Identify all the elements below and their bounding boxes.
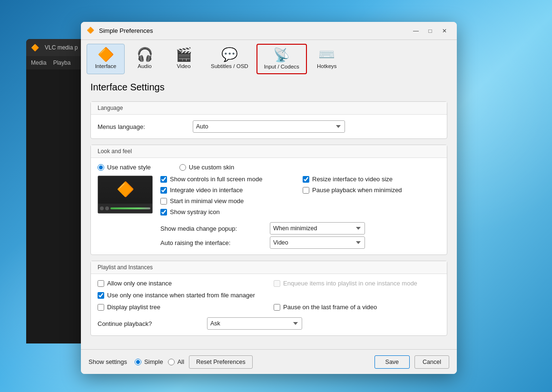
menus-language-select[interactable]: Auto English French German: [193, 120, 345, 133]
vlc-bg-icon: 🔶: [31, 44, 39, 51]
checkboxes-grid: Show controls in full screen mode Resize…: [160, 176, 440, 218]
look-feel-checkboxes: Show controls in full screen mode Resize…: [160, 176, 440, 249]
dialog-minimize-button[interactable]: —: [409, 24, 423, 38]
playlist-body: Allow only one instance Enqueue items in…: [91, 274, 447, 335]
video-tab-label: Video: [177, 63, 190, 69]
interface-tab-icon: 🔶: [98, 48, 114, 61]
resize-interface-checkbox[interactable]: Resize interface to video size: [303, 176, 440, 183]
tab-hotkeys[interactable]: ⌨️ Hotkeys: [308, 44, 346, 74]
auto-raising-row: Auto raising the interface: Video Always…: [160, 236, 440, 249]
dialog-maximize-button[interactable]: □: [424, 24, 437, 38]
fullscreen-controls-checkbox[interactable]: Show controls in full screen mode: [160, 176, 298, 183]
fullscreen-controls-label: Show controls in full screen mode: [170, 176, 262, 183]
systray-input[interactable]: [160, 209, 167, 216]
playlist-header: Playlist and Instances: [91, 261, 447, 274]
look-feel-header: Look and feel: [91, 145, 447, 158]
preview-play-dot: [100, 206, 104, 210]
menus-language-label: Menus language:: [98, 123, 193, 130]
show-settings-label: Show settings: [89, 358, 127, 365]
audio-tab-icon: 🎧: [137, 48, 153, 61]
vlc-bg-playback-menu[interactable]: Playba: [53, 59, 71, 66]
tab-audio[interactable]: 🎧 Audio: [126, 44, 164, 74]
minimal-view-input[interactable]: [160, 198, 167, 205]
systray-label: Show systray icon: [170, 208, 220, 216]
vlc-bg-media-menu[interactable]: Media: [31, 59, 47, 66]
dialog-window-controls: — □ ✕: [409, 24, 451, 38]
tab-subtitles[interactable]: 💬 Subtitles / OSD: [204, 44, 256, 74]
dialog-close-button[interactable]: ✕: [438, 24, 451, 38]
dialog-titlebar: 🔶 Simple Preferences — □ ✕: [81, 22, 457, 40]
dialog-icon: 🔶: [87, 27, 95, 35]
subtitles-tab-icon: 💬: [221, 48, 238, 61]
simple-preferences-dialog: 🔶 Simple Preferences — □ ✕ 🔶 Interface 🎧…: [81, 22, 457, 374]
one-instance-file-input[interactable]: [98, 292, 104, 299]
custom-skin-radio[interactable]: Use custom skin: [179, 164, 234, 171]
one-instance-checkbox[interactable]: Allow only one instance: [98, 280, 264, 287]
integrate-video-checkbox[interactable]: Integrate video in interface: [160, 186, 298, 194]
input-codecs-tab-icon: 📡: [273, 49, 290, 62]
integrate-video-label: Integrate video in interface: [170, 186, 243, 194]
preview-progress-bar: [110, 207, 150, 209]
media-popup-row: Show media change popup: When minimized …: [160, 222, 440, 235]
look-feel-body: Use native style Use custom skin 🔶: [91, 158, 447, 255]
language-section-body: Menus language: Auto English French Germ…: [91, 115, 447, 138]
minimal-view-label: Start in minimal view mode: [170, 197, 244, 205]
save-button[interactable]: Save: [375, 355, 410, 369]
preview-stop-dot: [105, 206, 109, 210]
tab-video[interactable]: 🎬 Video: [165, 44, 203, 74]
enqueue-items-checkbox[interactable]: Enqueue items into playlist in one insta…: [274, 280, 440, 287]
tab-bar: 🔶 Interface 🎧 Audio 🎬 Video 💬 Subtitles …: [81, 40, 457, 74]
input-codecs-tab-label: Input / Codecs: [264, 64, 299, 69]
pause-last-frame-checkbox[interactable]: Pause on the last frame of a video: [274, 304, 440, 311]
tab-input-codecs[interactable]: 📡 Input / Codecs: [256, 44, 307, 74]
cancel-button[interactable]: Cancel: [414, 355, 449, 369]
hotkeys-tab-icon: ⌨️: [318, 48, 335, 61]
tab-interface[interactable]: 🔶 Interface: [87, 44, 125, 74]
fullscreen-controls-input[interactable]: [160, 176, 167, 183]
settings-content: Interface Settings Language Menus langua…: [81, 74, 457, 349]
interface-tab-label: Interface: [95, 63, 117, 69]
enqueue-items-input: [274, 280, 280, 287]
pause-last-frame-input[interactable]: [274, 304, 280, 311]
one-instance-input[interactable]: [98, 280, 104, 287]
playlist-tree-input[interactable]: [98, 304, 104, 311]
continue-playback-label: Continue playback?: [98, 320, 202, 327]
resize-interface-input[interactable]: [303, 176, 309, 183]
subtitles-tab-label: Subtitles / OSD: [211, 63, 248, 69]
hotkeys-tab-label: Hotkeys: [317, 63, 337, 69]
native-style-label: Use native style: [107, 164, 151, 171]
resize-interface-label: Resize interface to video size: [312, 176, 393, 183]
look-feel-main: 🔶 Show controls in full screen mo: [98, 176, 440, 249]
continue-playback-select[interactable]: Ask Always Never: [207, 317, 302, 330]
language-section-header: Language: [91, 102, 447, 115]
playlist-tree-checkbox[interactable]: Display playlist tree: [98, 304, 264, 311]
pause-minimized-label: Pause playback when minimized: [312, 186, 402, 194]
enqueue-items-label: Enqueue items into playlist in one insta…: [283, 280, 417, 287]
pause-minimized-checkbox[interactable]: Pause playback when minimized: [303, 186, 440, 194]
preview-controls-bar: [98, 204, 152, 213]
custom-skin-input[interactable]: [179, 164, 186, 171]
auto-raising-label: Auto raising the interface:: [160, 239, 265, 246]
pause-minimized-input[interactable]: [303, 187, 309, 194]
native-style-input[interactable]: [98, 164, 104, 171]
systray-checkbox[interactable]: Show systray icon: [160, 208, 298, 216]
simple-radio[interactable]: Simple: [135, 358, 163, 365]
minimal-view-checkbox[interactable]: Start in minimal view mode: [160, 197, 298, 205]
one-instance-label: Allow only one instance: [107, 280, 172, 287]
reset-preferences-button[interactable]: Reset Preferences: [189, 355, 253, 369]
style-radio-group: Use native style Use custom skin: [98, 164, 440, 171]
one-instance-file-checkbox[interactable]: Use only one instance when started from …: [98, 292, 264, 299]
media-popup-label: Show media change popup:: [160, 225, 265, 232]
auto-raising-select[interactable]: Video Always Never: [270, 236, 365, 249]
simple-radio-input[interactable]: [135, 359, 141, 365]
integrate-video-input[interactable]: [160, 187, 167, 194]
menus-language-row: Menus language: Auto English French Germ…: [98, 120, 440, 133]
all-radio[interactable]: All: [168, 358, 184, 365]
continue-playback-row: Continue playback? Ask Always Never: [98, 317, 440, 330]
playlist-checkboxes-grid: Allow only one instance Enqueue items in…: [98, 280, 440, 314]
media-popup-select[interactable]: When minimized Always Never: [270, 222, 365, 235]
all-radio-input[interactable]: [168, 359, 175, 365]
custom-skin-label: Use custom skin: [189, 164, 234, 171]
native-style-radio[interactable]: Use native style: [98, 164, 151, 171]
preview-cone-icon: 🔶: [117, 181, 134, 197]
